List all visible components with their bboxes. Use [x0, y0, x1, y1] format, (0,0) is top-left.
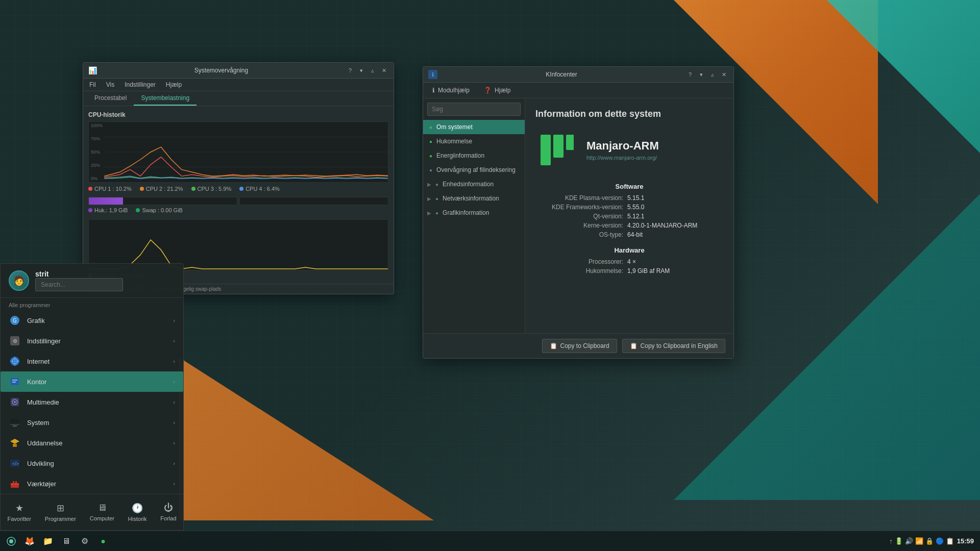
- forlad-icon: ⏻: [164, 503, 173, 513]
- taskbar-start-button[interactable]: [4, 534, 18, 548]
- svg-rect-16: [12, 380, 17, 381]
- mem-label: Huk.: 1,9 GiB: [88, 207, 128, 213]
- svg-rect-6: [566, 135, 574, 150]
- kinfocenter-footer: 📋 Copy to Clipboard 📋 Copy to Clipboard …: [423, 333, 733, 358]
- kinfocenter-search-input[interactable]: [427, 103, 521, 116]
- netvaerk-icon: ●: [435, 196, 438, 202]
- forlad-label: Forlad: [160, 515, 176, 521]
- om-systemet-label: Om systemet: [436, 123, 473, 131]
- cpu3-legend: CPU 3 : 5.9%: [191, 186, 232, 192]
- start-menu-footer: ★ Favoritter ⊞ Programmer 🖥 Computer 🕐 H…: [1, 494, 183, 530]
- start-footer-programmer[interactable]: ⊞ Programmer: [39, 499, 82, 525]
- cpu2-dot: [140, 187, 144, 191]
- kinfocenter-window: ℹ KInfocenter ? ▾ ▵ ✕ ℹ Modulhjælp ❓ Hjæ…: [423, 66, 734, 359]
- taskbar-volume-icon: 🔊: [905, 537, 913, 545]
- sysmon-menu-vis[interactable]: Vis: [104, 80, 116, 89]
- start-menu-item-grafik[interactable]: G Grafik ›: [1, 310, 183, 331]
- cpu4-dot: [239, 187, 243, 191]
- favoritter-label: Favoritter: [7, 516, 31, 522]
- start-footer-historik[interactable]: 🕐 Historik: [122, 499, 153, 525]
- kinfocenter-minimize-btn[interactable]: ▾: [697, 70, 706, 79]
- sysmon-maximize-button[interactable]: ▵: [368, 66, 377, 75]
- energi-label: Energiinformation: [436, 152, 484, 159]
- taskbar-sysmon-taskbar-icon[interactable]: ●: [96, 534, 110, 548]
- kde-plasma-value: 5.15.1: [627, 194, 644, 202]
- avatar-icon: 🧑: [13, 275, 24, 286]
- svg-rect-29: [11, 483, 19, 485]
- sysmon-title-text: Systemovervågning: [101, 67, 341, 74]
- kinfocenter-title: KInfocenter: [442, 71, 681, 78]
- start-footer-favoritter[interactable]: ★ Favoritter: [1, 499, 37, 525]
- computer-icon: 🖥: [97, 503, 107, 513]
- start-menu-item-multimedie[interactable]: Multimedie ›: [1, 392, 183, 412]
- kinfocenter-brand-section: Manjaro-ARM http://www.manjaro-arm.org/: [535, 130, 723, 170]
- vaerktojer-arrow-icon: ›: [173, 481, 175, 487]
- taskbar-files-icon[interactable]: 📁: [41, 534, 55, 548]
- taskbar-settings-icon[interactable]: ⚙: [78, 534, 92, 548]
- taskbar-lock-icon: 🔒: [925, 537, 934, 545]
- kinfocenter-nav-netvaerk[interactable]: ▶ ● Netværksinformation: [423, 191, 525, 206]
- sysmon-window-controls: ? ▾ ▵ ✕: [346, 66, 388, 75]
- kinfocenter-nav-hukommelse[interactable]: ● Hukommelse: [423, 134, 525, 148]
- kinfocenter-nav-om-systemet[interactable]: ● Om systemet: [423, 120, 525, 134]
- start-menu-search-input[interactable]: [35, 278, 123, 291]
- internet-arrow-icon: ›: [173, 358, 175, 364]
- cpu1-dot: [88, 187, 92, 191]
- sysmon-tab-procestabel[interactable]: Procestabel: [87, 91, 134, 106]
- start-menu-item-kontor[interactable]: Kontor ›: [1, 371, 183, 392]
- kinfocenter-brand-info: Manjaro-ARM http://www.manjaro-arm.org/: [586, 139, 659, 161]
- start-footer-forlad[interactable]: ⏻ Forlad: [154, 499, 182, 525]
- sysmon-tab-systembelastning[interactable]: Systembelastning: [134, 91, 197, 106]
- kinfocenter-nav-energi[interactable]: ● Energiinformation: [423, 148, 525, 163]
- cpu-label-0: 0%: [91, 176, 103, 181]
- start-menu-item-uddannelse[interactable]: Uddannelse ›: [1, 433, 183, 453]
- cpu-label-50: 50%: [91, 149, 103, 155]
- taskbar-system-icons: ↑ 🔋 🔊 📶 🔒 🔵 📋: [889, 537, 954, 545]
- computer-label: Computer: [90, 515, 114, 521]
- kinfocenter-brand-name: Manjaro-ARM: [586, 139, 659, 153]
- copy-to-clipboard-button[interactable]: 📋 Copy to Clipboard: [542, 339, 617, 353]
- start-menu-item-system[interactable]: System ›: [1, 412, 183, 433]
- svg-marker-24: [10, 439, 19, 444]
- start-menu-item-vaerktojer[interactable]: Værktøjer ›: [1, 473, 183, 494]
- netvaerk-expand-icon: ▶: [427, 196, 431, 202]
- start-menu-item-indstillinger[interactable]: ⚙ Indstillinger ›: [1, 331, 183, 351]
- svg-rect-17: [12, 382, 16, 383]
- svg-rect-30: [13, 481, 14, 484]
- sysmon-menu-hjaelp[interactable]: Hjælp: [164, 80, 184, 89]
- netvaerk-label: Netværksinformation: [443, 195, 499, 202]
- start-menu-item-udvikling[interactable]: </> Udvikling ›: [1, 453, 183, 473]
- kinfocenter-nav-grafik[interactable]: ▶ ● Grafikinformation: [423, 206, 525, 220]
- kerne-row: Kerne-version: 4.20.0-1-MANJARO-ARM: [535, 222, 723, 229]
- filindeksering-label: Overvågning af filindeksering: [436, 166, 516, 173]
- sysmon-menu-fil[interactable]: Fil: [87, 80, 98, 89]
- start-section-label: Alle programmer: [1, 298, 183, 310]
- taskbar-terminal-icon[interactable]: 🖥: [59, 534, 74, 548]
- svg-rect-23: [10, 419, 19, 424]
- qt-label: Qt-version:: [535, 213, 627, 220]
- start-username: strit: [35, 270, 123, 278]
- kinfocenter-hjaelp-btn[interactable]: ❓ Hjælp: [480, 85, 514, 96]
- start-footer-computer[interactable]: 🖥 Computer: [84, 499, 120, 525]
- kinfocenter-modulhjaelp-btn[interactable]: ℹ Modulhjælp: [428, 85, 474, 96]
- processor-value: 4 ×: [627, 258, 636, 265]
- kinfocenter-close-btn[interactable]: ✕: [719, 70, 728, 79]
- kinfocenter-nav-filindeksering[interactable]: ● Overvågning af filindeksering: [423, 163, 525, 177]
- kinfocenter-maximize-btn[interactable]: ▵: [708, 70, 717, 79]
- sysmon-title-icon: 📊: [88, 66, 97, 74]
- sysmon-help-button[interactable]: ?: [346, 66, 355, 75]
- taskbar-firefox-icon[interactable]: 🦊: [22, 534, 37, 548]
- manjaro-logo-svg: [538, 132, 574, 168]
- energi-icon: ●: [429, 153, 432, 159]
- copy-to-clipboard-english-button[interactable]: 📋 Copy to Clipboard in English: [622, 339, 725, 353]
- kinfocenter-nav-enheder[interactable]: ▶ ● Enhedsinformation: [423, 177, 525, 191]
- sysmon-menu-indstillinger[interactable]: Indstillinger: [122, 80, 158, 89]
- kde-plasma-row: KDE Plasma-version: 5.15.1: [535, 194, 723, 202]
- start-menu-item-internet[interactable]: Internet ›: [1, 351, 183, 371]
- sysmon-minimize-button[interactable]: ▾: [357, 66, 366, 75]
- cpu3-label: CPU 3 : 5.9%: [198, 186, 232, 192]
- kde-plasma-label: KDE Plasma-version:: [535, 194, 627, 202]
- sysmon-close-button[interactable]: ✕: [379, 66, 388, 75]
- kinfocenter-help-btn[interactable]: ?: [685, 70, 695, 79]
- kde-frameworks-row: KDE Frameworks-version: 5.55.0: [535, 204, 723, 211]
